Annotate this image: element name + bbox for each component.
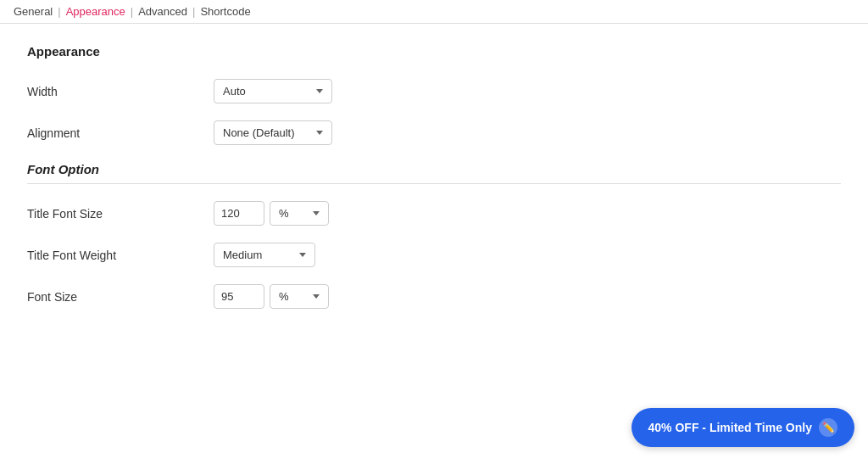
font-size-input[interactable] (214, 284, 264, 309)
title-font-size-input[interactable] (214, 201, 264, 226)
title-font-size-unit-select[interactable]: % px em (270, 201, 329, 226)
alignment-control: None (Default) Left Center Right (214, 120, 332, 145)
nav-general[interactable]: General (14, 5, 53, 18)
main-content: Appearance Width Auto Full Width Custom … (0, 24, 868, 346)
title-font-weight-select[interactable]: Thin Light Normal Medium Semi Bold Bold … (214, 243, 315, 267)
title-font-size-label: Title Font Size (27, 207, 214, 221)
font-size-label: Font Size (27, 290, 214, 304)
nav-sep-1: | (58, 5, 60, 18)
title-font-weight-label: Title Font Weight (27, 249, 214, 262)
title-font-weight-control: Thin Light Normal Medium Semi Bold Bold … (214, 243, 315, 267)
width-row: Width Auto Full Width Custom (27, 79, 841, 103)
nav-shortcode[interactable]: Shortcode (200, 5, 250, 18)
promo-icon: ✏️ (819, 418, 837, 437)
nav-advanced[interactable]: Advanced (138, 5, 187, 18)
top-navigation: General | Appearance | Advanced | Shortc… (0, 0, 868, 24)
font-size-unit-select[interactable]: % px em (270, 284, 329, 309)
title-font-weight-row: Title Font Weight Thin Light Normal Medi… (27, 243, 841, 267)
font-option-label: Font Option (27, 162, 99, 176)
alignment-label: Alignment (27, 126, 214, 140)
width-control: Auto Full Width Custom (214, 79, 332, 103)
width-label: Width (27, 85, 214, 98)
promo-button[interactable]: 40% OFF - Limited Time Only ✏️ (632, 408, 854, 447)
alignment-row: Alignment None (Default) Left Center Rig… (27, 120, 841, 145)
width-select[interactable]: Auto Full Width Custom (214, 79, 332, 103)
font-option-section: Font Option (27, 162, 841, 184)
font-size-control: % px em (214, 284, 329, 309)
nav-appearance[interactable]: Appearance (66, 5, 125, 18)
section-title: Appearance (27, 44, 841, 59)
title-font-size-row: Title Font Size % px em (27, 201, 841, 226)
nav-sep-3: | (192, 5, 195, 18)
title-font-size-control: % px em (214, 201, 329, 226)
nav-sep-2: | (131, 5, 133, 18)
font-size-row: Font Size % px em (27, 284, 841, 309)
promo-label: 40% OFF - Limited Time Only (648, 421, 812, 434)
alignment-select[interactable]: None (Default) Left Center Right (214, 120, 332, 145)
